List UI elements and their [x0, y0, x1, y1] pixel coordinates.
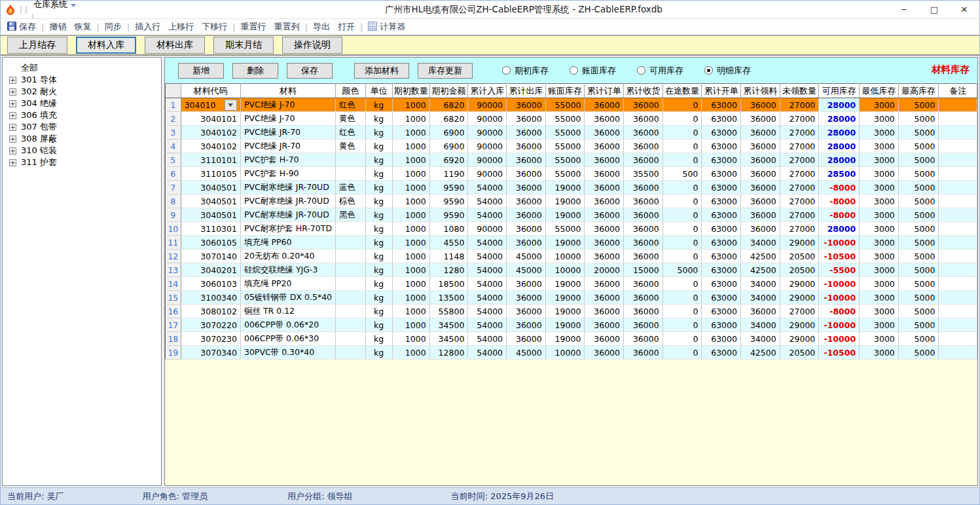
cell-max-stock[interactable]: 5000	[898, 250, 939, 263]
cell-material-code[interactable]: 3110301	[181, 222, 240, 236]
column-header-total-in[interactable]: 累计入库	[468, 84, 507, 98]
cell-total-issued[interactable]: 63000	[702, 112, 741, 126]
cell-total-issued[interactable]: 63000	[702, 222, 741, 236]
cell-available-stock[interactable]: 28000	[819, 153, 860, 167]
cell-unpicked-qty[interactable]: 27000	[780, 167, 819, 181]
cell-total-orders[interactable]: 36000	[585, 98, 624, 112]
cell-initial-amount[interactable]: 55800	[429, 305, 468, 318]
cell-unit[interactable]: kg	[365, 305, 392, 318]
cell-color[interactable]	[336, 263, 366, 277]
cell-material-name[interactable]: 填充绳 PP60	[240, 236, 335, 250]
cell-unit[interactable]: kg	[365, 140, 392, 153]
column-header-max-stock[interactable]: 最高库存	[898, 84, 939, 98]
cell-total-received[interactable]: 36000	[624, 332, 663, 346]
tree-item-306-填充[interactable]: +306 填充	[8, 109, 161, 121]
cell-initial-qty[interactable]: 1000	[392, 291, 429, 305]
cell-min-stock[interactable]: 3000	[860, 153, 899, 167]
cell-initial-qty[interactable]: 1000	[392, 250, 429, 263]
cell-unpicked-qty[interactable]: 27000	[780, 305, 819, 318]
cell-initial-amount[interactable]: 1080	[429, 222, 468, 236]
cell-total-picked[interactable]: 36000	[740, 112, 780, 126]
cell-max-stock[interactable]: 5000	[898, 98, 939, 112]
cell-min-stock[interactable]: 3000	[860, 98, 899, 112]
cell-in-transit[interactable]: 0	[662, 305, 702, 318]
删除-button[interactable]: 删除	[232, 63, 278, 79]
cell-remark[interactable]	[939, 250, 977, 263]
cell-unit[interactable]: kg	[365, 195, 392, 208]
cell-min-stock[interactable]: 3000	[860, 277, 899, 291]
cell-unpicked-qty[interactable]: 27000	[780, 195, 819, 208]
cell-color[interactable]: 红色	[336, 126, 366, 140]
row-number[interactable]: 11	[166, 236, 181, 250]
cell-initial-qty[interactable]: 1000	[392, 181, 429, 195]
cell-material-name[interactable]: 硅烷交联绝缘 YJG-3	[240, 263, 335, 277]
expand-plus-icon[interactable]: +	[9, 136, 16, 143]
toolbar-button-下移行[interactable]: 下移行	[198, 20, 231, 34]
cell-total-in[interactable]: 54000	[468, 263, 507, 277]
radio-账面库存[interactable]: 账面库存	[570, 65, 616, 77]
column-header-material-code[interactable]: 材料代码	[181, 84, 240, 98]
cell-initial-qty[interactable]: 1000	[392, 332, 429, 346]
cell-total-picked[interactable]: 36000	[740, 208, 780, 222]
cell-max-stock[interactable]: 5000	[898, 332, 939, 346]
cell-book-stock[interactable]: 19000	[545, 277, 585, 291]
cell-color[interactable]	[336, 153, 366, 167]
cell-total-received[interactable]: 36000	[624, 153, 663, 167]
row-number[interactable]: 10	[166, 222, 181, 236]
cell-total-received[interactable]: 36000	[624, 195, 663, 208]
cell-available-stock[interactable]: -5500	[819, 263, 860, 277]
cell-total-picked[interactable]: 34000	[740, 332, 780, 346]
cell-in-transit[interactable]: 0	[662, 346, 702, 360]
cell-available-stock[interactable]: -8000	[819, 181, 860, 195]
row-number[interactable]: 7	[166, 181, 181, 195]
cell-color[interactable]	[336, 236, 366, 250]
新增-button[interactable]: 新增	[178, 63, 224, 79]
expand-plus-icon[interactable]: +	[9, 124, 16, 131]
tree-item-304-绝缘[interactable]: +304 绝缘	[8, 98, 161, 109]
cell-max-stock[interactable]: 5000	[898, 112, 939, 126]
cell-initial-qty[interactable]: 1000	[392, 140, 429, 153]
tree-item-310-铠装[interactable]: +310 铠装	[8, 145, 161, 157]
row-number[interactable]: 8	[166, 195, 181, 208]
cell-total-picked[interactable]: 34000	[740, 277, 780, 291]
tree-item-307-包带[interactable]: +307 包带	[8, 121, 161, 133]
cell-initial-amount[interactable]: 9590	[429, 208, 468, 222]
column-header-total-issued[interactable]: 累计开单	[702, 84, 741, 98]
cell-total-orders[interactable]: 36000	[585, 126, 624, 140]
cell-total-issued[interactable]: 63000	[702, 318, 741, 332]
tree-item-301-导体[interactable]: +301 导体	[8, 74, 161, 86]
column-header-available-stock[interactable]: 可用库存	[819, 84, 860, 98]
cell-total-in[interactable]: 54000	[468, 277, 507, 291]
cell-total-orders[interactable]: 36000	[585, 250, 624, 263]
minimize-button[interactable]: ─	[889, 1, 919, 18]
cell-unit[interactable]: kg	[365, 236, 392, 250]
cell-material-name[interactable]: PVC绝缘 J-70	[240, 112, 335, 126]
cell-unit[interactable]: kg	[365, 222, 392, 236]
cell-initial-qty[interactable]: 1000	[392, 277, 429, 291]
cell-initial-amount[interactable]: 34500	[429, 318, 468, 332]
cell-remark[interactable]	[939, 277, 977, 291]
cell-material-code[interactable]: 3040501	[181, 195, 240, 208]
cell-total-orders[interactable]: 36000	[585, 140, 624, 153]
cell-material-code[interactable]: 3040501	[181, 181, 240, 195]
cell-material-name[interactable]: 30PVC带 0.30*40	[240, 346, 335, 360]
cell-max-stock[interactable]: 5000	[898, 305, 939, 318]
添加材料-button[interactable]: 添加材料	[354, 63, 409, 79]
cell-total-received[interactable]: 36000	[624, 181, 663, 195]
cell-total-orders[interactable]: 36000	[585, 305, 624, 318]
cell-max-stock[interactable]: 5000	[898, 277, 939, 291]
radio-可用库存[interactable]: 可用库存	[637, 65, 683, 77]
toolbar-button-保存[interactable]: 保存	[3, 20, 40, 34]
cell-color[interactable]: 黄色	[336, 140, 366, 153]
cell-unit[interactable]: kg	[365, 291, 392, 305]
cell-total-out[interactable]: 45000	[507, 263, 546, 277]
toolbar-button-恢复[interactable]: 恢复	[70, 20, 95, 34]
cell-color[interactable]	[336, 291, 366, 305]
cell-total-in[interactable]: 90000	[468, 126, 507, 140]
cell-unpicked-qty[interactable]: 29000	[780, 236, 819, 250]
cell-total-out[interactable]: 36000	[507, 126, 546, 140]
cell-total-orders[interactable]: 36000	[585, 332, 624, 346]
cell-material-code[interactable]: 3080102	[181, 305, 240, 318]
cell-book-stock[interactable]: 10000	[545, 346, 585, 360]
cell-unit[interactable]: kg	[365, 263, 392, 277]
